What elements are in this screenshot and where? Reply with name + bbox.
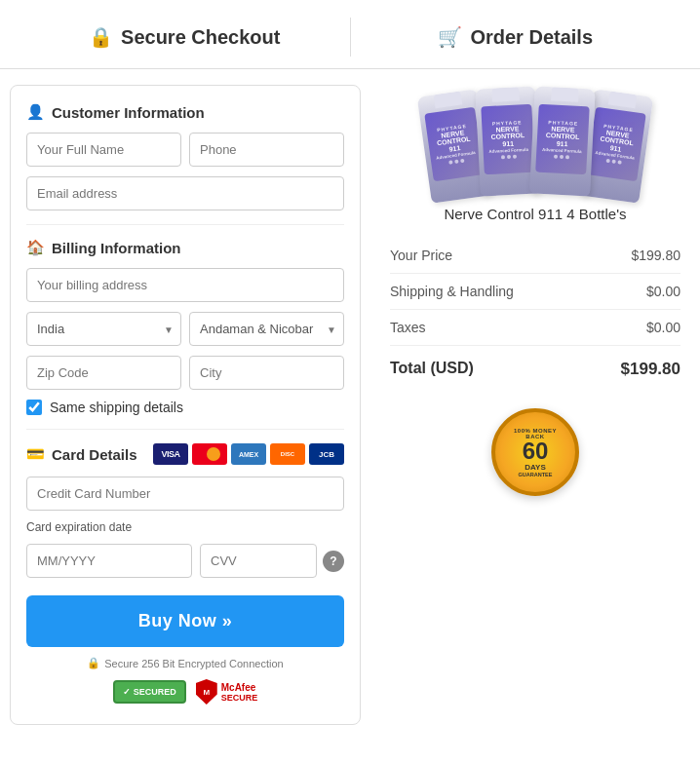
- expiry-label: Card expiration date: [26, 520, 344, 534]
- trust-badges: ✓ SECURED M McAfee SECURE: [26, 679, 344, 705]
- card-icon: 💳: [26, 445, 45, 463]
- shield-check-icon: ✓: [123, 687, 131, 697]
- billing-address-input[interactable]: [26, 268, 344, 302]
- full-name-input[interactable]: [26, 133, 181, 167]
- customer-icon: 👤: [26, 103, 45, 121]
- email-input[interactable]: [26, 176, 344, 210]
- buy-now-button[interactable]: Buy Now »: [26, 595, 344, 647]
- total-label: Total (USD): [390, 360, 474, 379]
- money-back-days-text: DAYS: [525, 463, 546, 472]
- money-back-area: 100% MONEYBACK 60 DAYS GUARANTEE: [390, 408, 681, 496]
- price-amount: $199.80: [631, 248, 681, 263]
- order-line-shipping: Shipping & Handling $0.00: [390, 274, 681, 310]
- price-label: Your Price: [390, 248, 452, 263]
- amex-icon: AMEX: [231, 443, 266, 465]
- shipping-amount: $0.00: [646, 284, 681, 299]
- visa-icon: VISA: [153, 443, 188, 465]
- state-wrapper: Andaman & Nicobar Delhi Mumbai Bangalore…: [189, 312, 344, 346]
- order-line-price: Your Price $199.80: [390, 238, 681, 274]
- checkout-header: 🔒 Secure Checkout: [19, 25, 350, 49]
- cvv-help-button[interactable]: ?: [323, 551, 344, 572]
- discover-icon: DISC: [270, 443, 305, 465]
- credit-card-row: [26, 477, 344, 511]
- order-header: 🛒 Order Details: [351, 25, 681, 49]
- mcafee-badge: M McAfee SECURE: [196, 679, 258, 705]
- money-back-days: 60: [523, 439, 549, 463]
- billing-icon: 🏠: [26, 239, 45, 256]
- customer-section-title: 👤 Customer Information: [26, 103, 344, 121]
- card-icons-row: VISA AMEX DISC JCB: [153, 443, 344, 465]
- credit-card-input[interactable]: [26, 477, 344, 511]
- checkout-panel: 👤 Customer Information 🏠 Billing Informa…: [10, 85, 361, 725]
- order-title: Order Details: [470, 26, 593, 49]
- country-state-row: India USA UK Canada Australia ▼ Andaman …: [26, 312, 344, 346]
- taxes-amount: $0.00: [646, 320, 681, 335]
- checkout-title: Secure Checkout: [121, 26, 280, 49]
- same-shipping-row: Same shipping details: [26, 400, 344, 415]
- cvv-input[interactable]: [200, 544, 317, 578]
- secured-badge: ✓ SECURED: [113, 680, 186, 704]
- product-bottles: PhytAge NERVECONTROL911 Advanced Formula…: [390, 85, 681, 192]
- page-header: 🔒 Secure Checkout 🛒 Order Details: [0, 0, 700, 69]
- country-select[interactable]: India USA UK Canada Australia: [26, 312, 181, 346]
- card-section-title: 💳 Card Details: [26, 445, 137, 463]
- section-divider-1: [26, 224, 344, 225]
- card-header-row: 💳 Card Details VISA AMEX DISC JCB: [26, 443, 344, 465]
- same-shipping-checkbox[interactable]: [26, 400, 42, 415]
- order-line-taxes: Taxes $0.00: [390, 310, 681, 346]
- expiry-cvv-row: ?: [26, 544, 344, 578]
- expiry-section: Card expiration date ?: [26, 520, 344, 578]
- secure-text: 🔒 Secure 256 Bit Encrypted Connection: [26, 657, 344, 669]
- country-wrapper: India USA UK Canada Australia ▼: [26, 312, 181, 346]
- bottle-3: PhytAge NERVECONTROL911 Advanced Formula: [529, 86, 596, 196]
- order-panel: PhytAge NERVECONTROL911 Advanced Formula…: [380, 85, 690, 496]
- same-shipping-label: Same shipping details: [50, 400, 183, 415]
- zip-city-row: [26, 356, 344, 390]
- phone-input[interactable]: [189, 133, 344, 167]
- email-row: [26, 176, 344, 210]
- order-line-total: Total (USD) $199.80: [390, 346, 681, 389]
- mcafee-shield-icon: M: [196, 679, 217, 705]
- city-input[interactable]: [189, 356, 344, 390]
- total-amount: $199.80: [621, 360, 681, 379]
- address-row: [26, 268, 344, 302]
- name-phone-row: [26, 133, 344, 167]
- main-content: 👤 Customer Information 🏠 Billing Informa…: [0, 69, 700, 741]
- cvv-wrapper: ?: [200, 544, 344, 578]
- billing-section-title: 🏠 Billing Information: [26, 239, 344, 256]
- state-select[interactable]: Andaman & Nicobar Delhi Mumbai Bangalore…: [189, 312, 344, 346]
- lock-icon: 🔒: [89, 25, 113, 49]
- zip-input[interactable]: [26, 356, 181, 390]
- mastercard-icon: [192, 443, 227, 465]
- cart-icon: 🛒: [438, 25, 462, 49]
- mcafee-label: McAfee SECURE: [221, 682, 258, 703]
- expiry-input[interactable]: [26, 544, 192, 578]
- money-back-guarantee: GUARANTEE: [519, 472, 553, 477]
- money-back-badge: 100% MONEYBACK 60 DAYS GUARANTEE: [491, 408, 579, 496]
- product-image-area: PhytAge NERVECONTROL911 Advanced Formula…: [390, 85, 681, 192]
- product-title: Nerve Control 911 4 Bottle's: [390, 206, 681, 222]
- section-divider-2: [26, 429, 344, 430]
- shipping-label: Shipping & Handling: [390, 284, 514, 299]
- lock-small-icon: 🔒: [87, 657, 100, 669]
- jcb-icon: JCB: [309, 443, 344, 465]
- taxes-label: Taxes: [390, 320, 426, 335]
